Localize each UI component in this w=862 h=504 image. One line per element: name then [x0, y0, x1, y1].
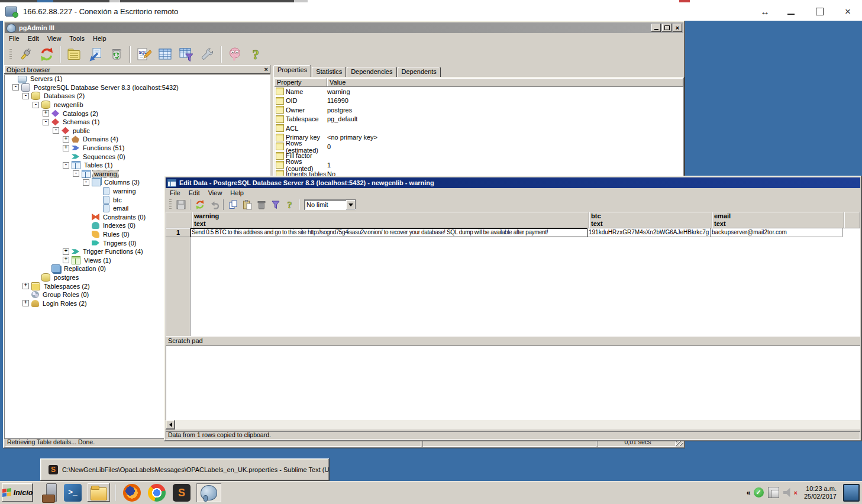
property-row-acl[interactable]: ACL	[275, 124, 685, 133]
copy-button[interactable]	[226, 198, 240, 211]
expand-icon[interactable]: +	[22, 300, 29, 306]
edit-data-menu-file[interactable]: File	[166, 188, 185, 198]
collapse-icon[interactable]: -	[63, 162, 69, 169]
combobox-dropdown-icon[interactable]	[346, 200, 356, 209]
paste-button[interactable]	[240, 198, 254, 211]
object-browser-close-icon[interactable]: ×	[264, 66, 268, 73]
property-row-primary-key[interactable]: Primary key<no primary key>	[275, 133, 685, 143]
tree-item-postgresql-database-server-8-3-localhost-5432[interactable]: -PostgreSQL Database Server 8.3 (localho…	[4, 83, 270, 92]
collapse-icon[interactable]: -	[33, 102, 39, 108]
row-number[interactable]: 1	[166, 228, 191, 237]
rdp-resize-icon[interactable]: ↔	[753, 7, 777, 17]
expand-icon[interactable]: +	[63, 136, 69, 143]
value-column-header[interactable]: Value	[327, 78, 683, 87]
tree-item-newgenlib[interactable]: -newgenlib	[4, 101, 270, 109]
query-tool-button[interactable]: SQL	[134, 44, 154, 64]
refresh-button[interactable]	[37, 44, 57, 64]
pgadmin-minimize-button[interactable]	[651, 24, 661, 32]
property-column-header[interactable]: Property	[275, 78, 327, 87]
maintenance-button[interactable]	[198, 44, 218, 64]
powershell-icon[interactable]: >_	[64, 484, 82, 502]
filter-button[interactable]	[269, 198, 283, 211]
help-button[interactable]: ?	[246, 44, 266, 64]
expand-icon[interactable]: +	[22, 283, 29, 289]
drop-button[interactable]	[106, 44, 127, 64]
column-header-btc[interactable]: btctext	[589, 212, 712, 228]
start-button[interactable]: Inicio	[2, 483, 33, 502]
tree-item-servers-1[interactable]: Servers (1)	[4, 75, 270, 83]
collapse-icon[interactable]: -	[22, 93, 29, 99]
network-tray-icon[interactable]	[768, 487, 779, 498]
save-button[interactable]	[174, 198, 188, 211]
scroll-left-icon[interactable]	[166, 420, 175, 429]
expand-icon[interactable]: +	[63, 248, 69, 255]
tree-item-sequences-0[interactable]: Sequences (0)	[4, 152, 270, 161]
property-row-rows-counted[interactable]: Rows (counted)1	[275, 160, 685, 170]
taskbar-clock[interactable]: 10:23 a.m. 25/02/2017	[802, 485, 839, 500]
collapse-icon[interactable]: -	[83, 179, 89, 186]
filter-data-button[interactable]	[176, 44, 196, 64]
view-data-button[interactable]	[155, 44, 175, 64]
properties-button[interactable]	[64, 44, 84, 64]
expand-icon[interactable]: +	[63, 145, 69, 151]
rdp-maximize-button[interactable]	[805, 2, 834, 21]
tree-item-functions-51[interactable]: +Functions (51)	[4, 144, 270, 153]
connect-button[interactable]	[15, 44, 35, 64]
tab-statistics[interactable]: Statistics	[312, 67, 346, 77]
pgadmin-taskbar-button[interactable]	[196, 483, 221, 502]
tab-dependencies[interactable]: Dependencies	[347, 67, 396, 77]
limit-combobox[interactable]: No limit	[304, 199, 356, 210]
tree-item-catalogs-2[interactable]: +Catalogs (2)	[4, 109, 270, 118]
edit-data-menu-edit[interactable]: Edit	[185, 188, 204, 198]
rdp-close-button[interactable]: ×	[834, 2, 862, 21]
cell-btc[interactable]: 191kduHRzxGR7M4sXn2bWG6AJeHBkrkc7g	[587, 228, 711, 237]
tree-item-databases-2[interactable]: -Databases (2)	[4, 92, 270, 101]
column-header-warning[interactable]: warningtext	[192, 212, 589, 228]
chrome-icon[interactable]	[148, 484, 166, 502]
show-desktop-icon[interactable]	[843, 484, 860, 502]
collapse-icon[interactable]: -	[53, 127, 59, 134]
volume-muted-icon[interactable]	[783, 487, 793, 497]
delete-button[interactable]	[254, 198, 269, 211]
expand-icon[interactable]: +	[43, 110, 49, 117]
tree-item-public[interactable]: -public	[4, 127, 270, 135]
horizontal-scrollbar[interactable]	[166, 420, 860, 429]
tree-item-schemas-1[interactable]: -Schemas (1)	[4, 118, 270, 127]
edit-data-menu-help[interactable]: Help	[226, 188, 248, 198]
pgadmin-titlebar[interactable]: pgAdmin III ×	[5, 22, 683, 33]
collapse-icon[interactable]: -	[43, 119, 49, 125]
expand-icon[interactable]: +	[63, 257, 69, 263]
tab-dependents[interactable]: Dependents	[398, 67, 441, 77]
tab-properties[interactable]: Properties	[273, 65, 311, 77]
scratch-pad-input[interactable]	[166, 345, 860, 420]
tree-item-domains-4[interactable]: +Domains (4)	[4, 135, 270, 144]
help-button[interactable]: ?	[283, 198, 297, 211]
updates-tray-icon[interactable]: ✓	[754, 487, 764, 497]
collapse-icon[interactable]: -	[73, 170, 79, 177]
server-manager-icon[interactable]	[46, 483, 57, 502]
firefox-icon[interactable]	[123, 484, 141, 502]
property-row-tablespace[interactable]: Tablespacepg_default	[275, 115, 685, 124]
vacuum-button[interactable]	[225, 44, 245, 64]
cell-warning[interactable]: Send 0.5 BTC to this address and go to t…	[191, 228, 587, 237]
collapse-icon[interactable]: -	[12, 84, 19, 91]
refresh-button[interactable]	[193, 198, 207, 211]
pgadmin-close-button[interactable]: ×	[673, 24, 682, 32]
tree-item-tables-1[interactable]: -Tables (1)	[4, 161, 270, 170]
column-header-email[interactable]: emailtext	[712, 212, 844, 228]
hidden-icons-chevron-icon[interactable]: «	[747, 489, 750, 497]
pgadmin-menu-view[interactable]: View	[43, 34, 66, 43]
property-row-oid[interactable]: OID116990	[275, 96, 685, 106]
create-button[interactable]	[85, 44, 105, 64]
pgadmin-menu-edit[interactable]: Edit	[24, 34, 43, 43]
pgadmin-menu-help[interactable]: Help	[89, 34, 111, 43]
pgadmin-maximize-button[interactable]	[662, 24, 671, 32]
pgadmin-menu-tools[interactable]: Tools	[65, 34, 89, 43]
explorer-button[interactable]	[88, 483, 110, 502]
property-row-owner[interactable]: Ownerpostgres	[275, 105, 685, 115]
property-row-fill-factor[interactable]: Fill factor	[275, 151, 685, 161]
undo-button[interactable]	[207, 198, 221, 211]
cell-email[interactable]: backupserver@mail2tor.com	[711, 228, 842, 237]
sublime-launcher-icon[interactable]: S	[173, 484, 191, 502]
edit-data-titlebar[interactable]: Edit Data - PostgreSQL Database Server 8…	[166, 177, 860, 188]
